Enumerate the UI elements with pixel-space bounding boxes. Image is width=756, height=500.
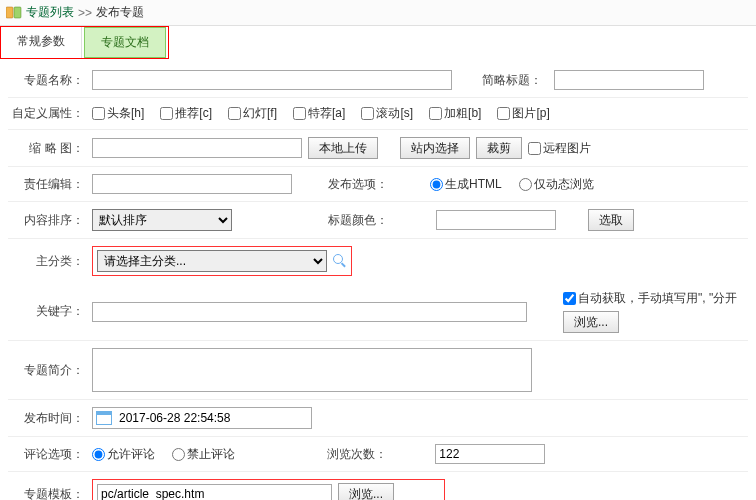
label-topic-name: 专题名称： — [8, 72, 92, 89]
custom-attr-checkbox-3[interactable] — [293, 107, 306, 120]
label-title-color: 标题颜色： — [328, 212, 394, 229]
gen-html-radio[interactable] — [430, 178, 443, 191]
custom-attr-label: 幻灯[f] — [243, 106, 277, 120]
local-upload-button[interactable]: 本地上传 — [308, 137, 378, 159]
label-forbid-comment: 禁止评论 — [187, 447, 235, 461]
custom-attr-label: 加粗[b] — [444, 106, 481, 120]
label-editor: 责任编辑： — [8, 176, 92, 193]
crop-button[interactable]: 裁剪 — [476, 137, 522, 159]
custom-attr-group: 头条[h]推荐[c]幻灯[f]特荐[a]滚动[s]加粗[b]图片[p] — [92, 105, 748, 122]
label-dynamic-only: 仅动态浏览 — [534, 177, 594, 191]
custom-attr-checkbox-5[interactable] — [429, 107, 442, 120]
book-icon — [6, 6, 22, 20]
tabs-highlight: 常规参数 专题文档 — [0, 26, 169, 59]
custom-attr-label: 头条[h] — [107, 106, 144, 120]
template-browse-button[interactable]: 浏览... — [338, 483, 394, 500]
forbid-comment-radio[interactable] — [172, 448, 185, 461]
custom-attr-checkbox-1[interactable] — [160, 107, 173, 120]
topic-name-input[interactable] — [92, 70, 452, 90]
keywords-browse-button[interactable]: 浏览... — [563, 311, 619, 333]
label-intro: 专题简介： — [8, 362, 92, 379]
remote-image-checkbox[interactable] — [528, 142, 541, 155]
custom-attr-label: 特荐[a] — [308, 106, 345, 120]
label-thumb: 缩 略 图： — [8, 140, 92, 157]
content-sort-select[interactable]: 默认排序 — [92, 209, 232, 231]
tab-docs[interactable]: 专题文档 — [84, 27, 166, 58]
label-auto-fetch: 自动获取，手动填写用", "分开 — [578, 291, 737, 305]
auto-fetch-checkbox[interactable] — [563, 292, 576, 305]
custom-attr-label: 滚动[s] — [376, 106, 413, 120]
custom-attr-checkbox-2[interactable] — [228, 107, 241, 120]
label-remote-image: 远程图片 — [543, 141, 591, 155]
label-short-title: 简略标题： — [482, 72, 548, 89]
keywords-input[interactable] — [92, 302, 527, 322]
label-content-sort: 内容排序： — [8, 212, 92, 229]
breadcrumb-separator: >> — [78, 6, 92, 20]
dynamic-only-radio[interactable] — [519, 178, 532, 191]
label-gen-html: 生成HTML — [445, 177, 502, 191]
custom-attr-checkbox-4[interactable] — [361, 107, 374, 120]
breadcrumb-topic-list[interactable]: 专题列表 — [26, 4, 74, 21]
label-main-category: 主分类： — [8, 253, 92, 270]
pick-color-button[interactable]: 选取 — [588, 209, 634, 231]
views-input[interactable] — [435, 444, 545, 464]
intro-textarea[interactable] — [92, 348, 532, 392]
svg-rect-1 — [14, 7, 21, 18]
template-highlight: 浏览... — [92, 479, 445, 500]
label-keywords: 关键字： — [8, 303, 92, 320]
breadcrumb-current: 发布专题 — [96, 4, 144, 21]
thumb-input[interactable] — [92, 138, 302, 158]
label-publish-time: 发布时间： — [8, 410, 92, 427]
editor-input[interactable] — [92, 174, 292, 194]
short-title-input[interactable] — [554, 70, 704, 90]
template-input[interactable] — [97, 484, 332, 500]
title-color-input[interactable] — [436, 210, 556, 230]
main-category-highlight: 请选择主分类... — [92, 246, 352, 276]
label-custom-attr: 自定义属性： — [8, 105, 92, 122]
tab-general[interactable]: 常规参数 — [1, 27, 82, 58]
publish-time-input[interactable] — [116, 409, 308, 427]
label-views: 浏览次数： — [327, 446, 393, 463]
calendar-icon — [96, 411, 112, 425]
custom-attr-label: 推荐[c] — [175, 106, 212, 120]
label-template: 专题模板： — [8, 486, 92, 501]
site-select-button[interactable]: 站内选择 — [400, 137, 470, 159]
svg-rect-0 — [6, 7, 13, 18]
label-comment-opt: 评论选项： — [8, 446, 92, 463]
allow-comment-radio[interactable] — [92, 448, 105, 461]
search-icon[interactable] — [333, 254, 347, 268]
label-allow-comment: 允许评论 — [107, 447, 155, 461]
main-category-select[interactable]: 请选择主分类... — [97, 250, 327, 272]
custom-attr-checkbox-6[interactable] — [497, 107, 510, 120]
custom-attr-label: 图片[p] — [512, 106, 549, 120]
custom-attr-checkbox-0[interactable] — [92, 107, 105, 120]
label-publish-opt: 发布选项： — [328, 176, 394, 193]
breadcrumb: 专题列表 >> 发布专题 — [0, 0, 756, 26]
publish-time-field[interactable] — [92, 407, 312, 429]
